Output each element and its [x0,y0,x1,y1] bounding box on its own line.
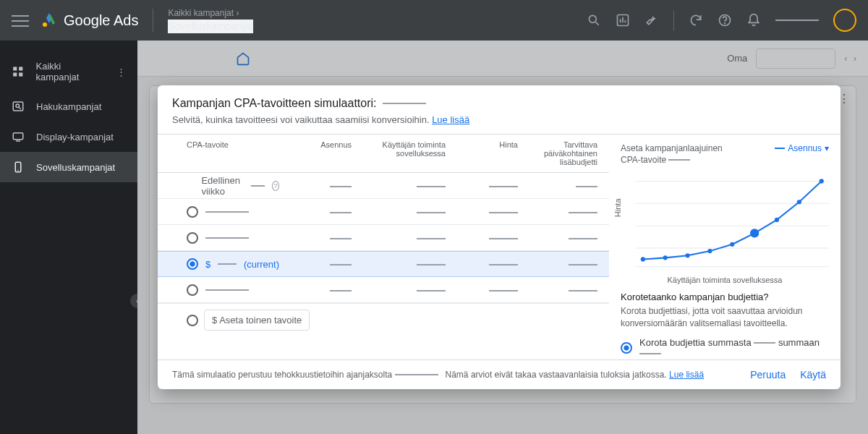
divider [153,9,153,32]
col-cost: Hinta [454,135,527,172]
svg-point-10 [16,104,20,108]
radio-option-selected[interactable] [187,258,198,270]
kebab-icon[interactable]: ⋮ [116,67,126,77]
table-row[interactable] [158,199,609,225]
search-icon[interactable] [587,13,601,27]
table-row[interactable] [158,277,609,303]
table-row-current[interactable]: $(current) [158,251,609,277]
svg-rect-8 [19,72,22,76]
svg-rect-6 [19,67,22,70]
svg-rect-5 [13,67,17,70]
help-icon[interactable] [718,13,732,27]
chart-panel: Aseta kampanjanlaajuinen CPA-tavoite Ase… [609,135,841,359]
learn-more-link[interactable]: Lue lisää [432,114,469,125]
set-other-target-button[interactable]: $ Aseta toinen tavoite [204,310,310,331]
search-campaign-icon [12,100,25,113]
col-installs: Asennus [288,135,360,172]
svg-point-27 [820,179,824,184]
radio-option[interactable] [187,232,198,244]
breadcrumb-parent[interactable]: Kaikki kampanjat › [168,7,253,20]
top-bar: Google Ads Kaikki kampanjat › Sovelluska… [0,0,868,41]
svg-point-23 [730,242,734,247]
breadcrumb[interactable]: Kaikki kampanjat › Sovelluskampanjat [168,7,253,33]
sidebar-item-label: Hakukampanjat [36,101,101,112]
chart: Hinta [621,171,829,273]
modal-title: Kampanjan CPA-tavoitteen simulaattori: [172,97,826,110]
row-previous-week: Edellinen viikko? [158,173,609,199]
svg-point-1 [589,15,596,22]
svg-point-24 [750,229,759,237]
sidebar-item-all-campaigns[interactable]: Kaikki kampanjat ⋮ [0,52,137,91]
col-inapp: Käyttäjän toiminta sovelluksessa [360,135,454,172]
svg-point-19 [641,258,645,262]
modal-subtitle: Selvitä, kuinka tavoitteesi voi vaikutta… [172,114,826,125]
sidebar-item-label: Sovelluskampanjat [36,162,115,173]
svg-point-4 [725,23,726,24]
sidebar-item-label: Display-kampanjat [36,132,114,142]
sidebar-item-app[interactable]: Sovelluskampanjat [0,152,137,182]
radio-option[interactable] [187,315,198,326]
col-cpa-target: CPA-tavoite [158,135,288,172]
budget-option-increase[interactable]: Korota budjettia summasta summaan [621,337,829,359]
set-other-row: $ Aseta toinen tavoite [158,303,609,336]
cancel-button[interactable]: Peruuta [750,369,786,380]
svg-rect-11 [13,133,23,140]
tools-icon[interactable] [644,13,659,27]
display-icon [12,130,25,143]
apply-button[interactable]: Käytä [800,369,826,380]
chart-ylabel: Hinta [613,199,622,218]
reports-icon[interactable] [616,13,630,27]
avatar[interactable] [833,9,856,32]
grid-icon [12,65,24,78]
col-budget: Tarvittava päiväkohtainen lisäbudjetti [527,135,606,172]
product-logo[interactable]: Google Ads [41,12,138,29]
svg-point-22 [707,249,712,253]
svg-point-21 [685,253,689,258]
product-name: Google Ads [64,12,138,29]
budget-question: Korotetaanko kampanjan budjettia? [621,292,829,302]
refresh-icon[interactable] [689,13,703,27]
chart-xlabel: Käyttäjän toiminta sovelluksessa [621,276,829,284]
help-icon[interactable]: ? [272,181,279,191]
svg-point-0 [43,22,47,27]
sidebar-item-search[interactable]: Hakukampanjat [0,91,137,122]
svg-rect-7 [13,72,17,76]
hamburger-icon[interactable] [12,12,29,29]
breadcrumb-current: Sovelluskampanjat [168,20,253,34]
svg-point-25 [775,218,779,222]
app-icon [12,161,25,174]
chart-set-label: Aseta kampanjanlaajuinen CPA-tavoite [621,143,736,166]
simulator-table: CPA-tavoite Asennus Käyttäjän toiminta s… [158,135,609,359]
table-row[interactable] [158,225,609,251]
svg-point-26 [797,200,801,204]
cpa-simulator-modal: Kampanjan CPA-tavoitteen simulaattori: S… [158,85,841,389]
sidebar-item-display[interactable]: Display-kampanjat [0,122,137,152]
radio-option[interactable] [187,284,198,296]
chart-metric-select[interactable]: Asennus ▾ [775,143,829,153]
budget-desc: Korota budjettiasi, jotta voit saavuttaa… [621,305,829,330]
learn-more-link[interactable]: Lue lisää [669,370,704,380]
ads-logo-icon [41,12,58,29]
svg-point-13 [17,170,19,171]
radio-option[interactable] [187,206,198,218]
sidebar: Kaikki kampanjat ⋮ Hakukampanjat Display… [0,41,137,434]
radio-icon[interactable] [621,342,632,354]
account-name[interactable] [775,20,819,21]
divider [673,10,674,30]
modal-footer: Tämä simulaatio perustuu tehokkuustietoi… [158,359,841,389]
sidebar-item-label: Kaikki kampanjat [35,61,105,82]
topbar-actions [587,9,856,32]
svg-point-20 [663,255,668,260]
notifications-icon[interactable] [746,13,761,27]
svg-rect-9 [13,102,23,111]
